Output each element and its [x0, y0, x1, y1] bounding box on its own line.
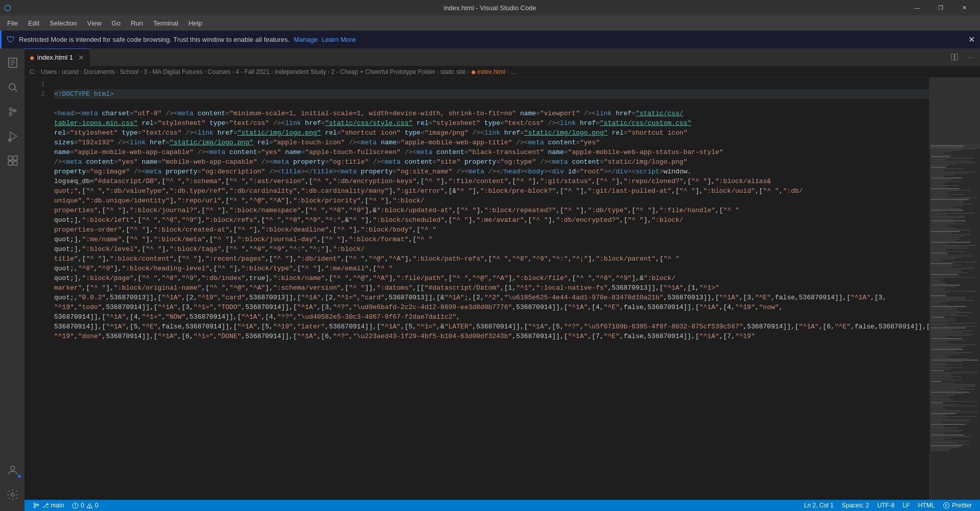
- split-editor-button[interactable]: [947, 50, 962, 64]
- svg-point-6: [10, 108, 12, 111]
- status-errors[interactable]: 0 0: [68, 500, 102, 511]
- maximize-button[interactable]: ❐: [929, 0, 952, 15]
- tab-bar-actions: ···: [947, 48, 980, 66]
- activity-bar-bottom: [0, 458, 24, 511]
- svg-marker-9: [10, 132, 17, 140]
- explorer-icon[interactable]: [0, 50, 24, 75]
- code-editor[interactable]: 1 2 <!DOCTYPE html> <head><meta charset=…: [24, 78, 980, 500]
- warning-count: 0: [95, 502, 99, 509]
- svg-point-27: [89, 507, 90, 507]
- minimize-button[interactable]: —: [905, 0, 929, 15]
- minimap-slider: [929, 78, 980, 149]
- main-layout: ◆ index.html 1 ✕ ··· C: › Users › ucand: [0, 48, 980, 511]
- breadcrumb-fall2021[interactable]: 4 - Fall 2021: [236, 68, 270, 75]
- status-branch[interactable]: ⎇ main: [29, 500, 68, 511]
- breadcrumb-index-html[interactable]: ◆ index.html: [471, 68, 505, 75]
- close-button[interactable]: ✕: [952, 0, 976, 15]
- minimap: (function(){ var container = document.cu…: [929, 78, 980, 500]
- svg-rect-12: [13, 156, 17, 160]
- status-right: Ln 2, Col 1 Spaces: 2 UTF-8 LF HTML P Pr…: [800, 500, 976, 511]
- title-bar-title: index.html - Visual Studio Code: [444, 4, 536, 12]
- breadcrumb-independent-study[interactable]: Independent Study: [275, 68, 326, 75]
- manage-link[interactable]: Manage: [293, 36, 317, 43]
- svg-rect-11: [8, 156, 12, 160]
- tab-bar: ◆ index.html 1 ✕ ···: [24, 48, 980, 66]
- breadcrumb-documents[interactable]: Documents: [84, 68, 115, 75]
- breadcrumb-ucand[interactable]: ucand: [62, 68, 79, 75]
- svg-rect-13: [8, 161, 12, 165]
- title-bar-controls: — ❐ ✕: [905, 0, 976, 15]
- breadcrumb: C: › Users › ucand › Documents › School …: [24, 66, 980, 78]
- menu-edit[interactable]: Edit: [23, 15, 44, 31]
- shield-icon: 🛡: [7, 35, 15, 44]
- line-numbers: 1 2: [24, 78, 50, 500]
- notification-bar: 🛡 Restricted Mode is intended for safe c…: [0, 31, 980, 48]
- breadcrumb-static-site[interactable]: static site: [440, 68, 466, 75]
- status-bar: ⎇ main 0 0 Ln 2, Col 1 Spaces: 2: [24, 500, 980, 511]
- branch-name: ⎇ main: [42, 502, 64, 509]
- run-debug-icon[interactable]: [0, 124, 24, 148]
- minimap-content: (function(){ var container = document.cu…: [929, 144, 980, 500]
- status-encoding[interactable]: UTF-8: [873, 500, 899, 511]
- svg-rect-18: [955, 54, 958, 60]
- status-language[interactable]: HTML: [914, 500, 939, 511]
- svg-text:P: P: [945, 504, 948, 507]
- settings-icon[interactable]: [0, 482, 24, 507]
- tab-index-html[interactable]: ◆ index.html 1 ✕: [24, 48, 90, 66]
- source-control-icon[interactable]: [0, 99, 24, 124]
- menu-help[interactable]: Help: [183, 15, 207, 31]
- breadcrumb-cheap-cheerful[interactable]: 2 - Cheap + Cheerful Prototype Folder: [331, 68, 435, 75]
- menu-terminal[interactable]: Terminal: [148, 15, 183, 31]
- menu-file[interactable]: File: [2, 15, 23, 31]
- status-line-ending[interactable]: LF: [899, 500, 914, 511]
- menu-view[interactable]: View: [82, 15, 107, 31]
- tab-close-button[interactable]: ✕: [78, 54, 84, 62]
- tab-label: index.html 1: [37, 54, 73, 61]
- search-icon[interactable]: [0, 75, 24, 99]
- breadcrumb-school[interactable]: School: [120, 68, 139, 75]
- svg-point-7: [10, 113, 12, 116]
- svg-rect-17: [951, 54, 954, 60]
- code-content[interactable]: <!DOCTYPE html> <head><meta charset="utf…: [50, 78, 929, 500]
- breadcrumb-users[interactable]: Users: [41, 68, 57, 75]
- status-spaces[interactable]: Spaces: 2: [838, 500, 873, 511]
- breadcrumb-ellipsis[interactable]: ...: [510, 68, 516, 75]
- menu-bar: File Edit Selection View Go Run Terminal…: [0, 15, 980, 31]
- extensions-icon[interactable]: [0, 148, 24, 173]
- account-icon[interactable]: [0, 458, 24, 482]
- svg-point-4: [9, 84, 15, 90]
- menu-go[interactable]: Go: [107, 15, 126, 31]
- breadcrumb-courses[interactable]: Courses: [208, 68, 231, 75]
- html-file-icon: ◆: [30, 54, 34, 61]
- title-bar-left: ⬡: [4, 3, 13, 13]
- svg-point-19: [34, 503, 36, 505]
- notification-message: Restricted Mode is intended for safe cod…: [19, 36, 289, 43]
- svg-point-20: [34, 506, 36, 508]
- status-formatter[interactable]: P Prettier: [939, 500, 976, 511]
- activity-bar: [0, 48, 24, 511]
- vscode-logo-icon: ⬡: [4, 3, 11, 13]
- breadcrumb-c[interactable]: C:: [30, 68, 36, 75]
- breadcrumb-3[interactable]: 3 - MA Digital Futures: [143, 68, 202, 75]
- more-actions-button[interactable]: ···: [964, 50, 978, 64]
- status-line-col[interactable]: Ln 2, Col 1: [800, 500, 838, 511]
- svg-point-16: [11, 493, 14, 496]
- error-count: 0: [81, 502, 84, 509]
- editor-area: ◆ index.html 1 ✕ ··· C: › Users › ucand: [24, 48, 980, 511]
- notification-close-button[interactable]: ✕: [968, 35, 975, 44]
- svg-point-15: [11, 466, 15, 470]
- svg-line-5: [15, 89, 17, 91]
- title-bar: ⬡ index.html - Visual Studio Code — ❐ ✕: [0, 0, 980, 15]
- menu-run[interactable]: Run: [126, 15, 148, 31]
- menu-selection[interactable]: Selection: [44, 15, 82, 31]
- svg-rect-14: [13, 161, 17, 165]
- svg-point-25: [75, 506, 76, 507]
- learn-more-link[interactable]: Learn More: [322, 36, 355, 43]
